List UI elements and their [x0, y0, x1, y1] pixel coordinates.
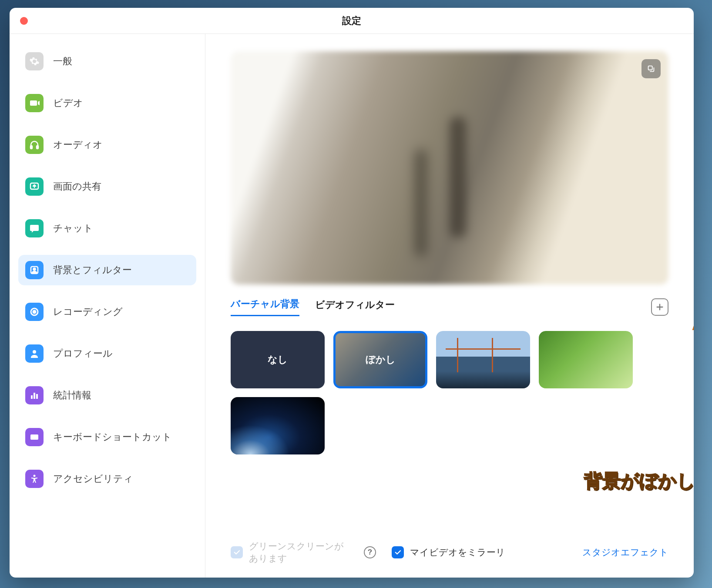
- background-option-bridge[interactable]: [436, 331, 530, 388]
- sidebar-item-label: 背景とフィルター: [53, 264, 132, 277]
- sidebar-item-keyboard-shortcuts[interactable]: キーボードショートカット: [18, 422, 196, 452]
- share-screen-icon: [25, 177, 44, 196]
- background-option-none[interactable]: なし: [231, 331, 325, 388]
- svg-rect-12: [31, 435, 32, 436]
- sidebar-item-label: 統計情報: [53, 389, 91, 402]
- sidebar-item-statistics[interactable]: 統計情報: [18, 380, 196, 411]
- background-grid: なし ぼかし: [231, 331, 668, 454]
- svg-rect-16: [37, 435, 37, 436]
- svg-rect-10: [36, 394, 38, 399]
- background-option-grass[interactable]: [539, 331, 633, 388]
- sidebar-item-label: 一般: [53, 55, 72, 68]
- sidebar-item-video[interactable]: ビデオ: [18, 88, 196, 118]
- content-pane: バーチャル背景 ビデオフィルター なし ぼかし: [205, 34, 694, 578]
- svg-rect-9: [34, 393, 35, 399]
- mirror-option[interactable]: マイビデオをミラーリ: [392, 546, 505, 558]
- annotation-text: 背景がぼかし状態になった！: [584, 469, 694, 493]
- sidebar-item-label: チャット: [53, 222, 93, 235]
- svg-point-6: [33, 311, 36, 313]
- background-icon: [25, 261, 44, 279]
- svg-point-7: [33, 350, 36, 354]
- sidebar-item-share-screen[interactable]: 画面の共有: [18, 171, 196, 202]
- help-icon[interactable]: ?: [364, 546, 376, 558]
- sidebar-item-label: キーボードショートカット: [53, 431, 172, 444]
- svg-rect-19: [648, 66, 652, 70]
- record-icon: [25, 303, 44, 321]
- sidebar-item-label: アクセシビリティ: [53, 472, 133, 485]
- titlebar: 設定: [10, 8, 694, 34]
- traffic-lights: [20, 17, 28, 25]
- accessibility-icon: [25, 470, 44, 488]
- svg-rect-8: [31, 395, 33, 399]
- svg-point-4: [34, 268, 36, 271]
- close-window-button[interactable]: [20, 17, 28, 25]
- svg-point-18: [34, 475, 36, 477]
- svg-rect-13: [33, 435, 34, 436]
- sidebar-item-audio[interactable]: オーディオ: [18, 130, 196, 160]
- mirror-label: マイビデオをミラーリ: [410, 546, 505, 558]
- svg-rect-0: [30, 146, 32, 149]
- sidebar-item-label: 画面の共有: [53, 180, 101, 193]
- profile-icon: [25, 344, 44, 363]
- sidebar: 一般 ビデオ オーディオ 画面の共有: [10, 34, 205, 578]
- settings-window: 設定 一般 ビデオ オーディオ: [10, 8, 694, 578]
- background-option-label: ぼかし: [366, 353, 396, 366]
- annotation-arrow: [680, 291, 694, 491]
- video-icon: [25, 94, 44, 112]
- svg-rect-1: [37, 146, 38, 149]
- sidebar-item-background-filters[interactable]: 背景とフィルター: [18, 255, 196, 285]
- window-title: 設定: [10, 14, 694, 27]
- chat-icon: [25, 219, 44, 237]
- tabs: バーチャル背景 ビデオフィルター: [231, 297, 668, 316]
- green-screen-option: グリーンスクリーンがあります: [231, 540, 348, 565]
- background-option-blur[interactable]: ぼかし: [333, 331, 427, 388]
- green-screen-checkbox: [231, 546, 243, 558]
- sidebar-item-profile[interactable]: プロフィール: [18, 338, 196, 369]
- stats-icon: [25, 386, 44, 404]
- keyboard-icon: [25, 428, 44, 446]
- sidebar-item-recording[interactable]: レコーディング: [18, 297, 196, 327]
- svg-rect-17: [32, 438, 37, 438]
- sidebar-item-accessibility[interactable]: アクセシビリティ: [18, 464, 196, 494]
- studio-effects-link[interactable]: スタジオエフェクト: [582, 546, 668, 558]
- video-preview: [231, 51, 668, 284]
- sidebar-item-label: レコーディング: [53, 305, 123, 318]
- sidebar-item-label: オーディオ: [53, 138, 103, 151]
- svg-rect-15: [35, 435, 36, 436]
- gear-icon: [25, 52, 44, 70]
- tab-video-filter[interactable]: ビデオフィルター: [315, 298, 395, 316]
- headphones-icon: [25, 136, 44, 154]
- video-preview-image: [231, 51, 668, 284]
- rotate-preview-button[interactable]: [641, 59, 661, 78]
- sidebar-item-chat[interactable]: チャット: [18, 213, 196, 244]
- svg-rect-14: [34, 435, 35, 436]
- tab-virtual-background[interactable]: バーチャル背景: [231, 297, 299, 316]
- background-option-earth[interactable]: [231, 397, 325, 454]
- sidebar-item-label: ビデオ: [53, 97, 83, 110]
- green-screen-label: グリーンスクリーンがあります: [249, 540, 348, 565]
- add-background-button[interactable]: [651, 298, 668, 316]
- footer-controls: グリーンスクリーンがあります ? マイビデオをミラーリ スタジオエフェクト: [231, 527, 668, 565]
- sidebar-item-label: プロフィール: [53, 347, 113, 360]
- mirror-checkbox[interactable]: [392, 546, 404, 558]
- background-option-label: なし: [268, 353, 288, 366]
- sidebar-item-general[interactable]: 一般: [18, 46, 196, 77]
